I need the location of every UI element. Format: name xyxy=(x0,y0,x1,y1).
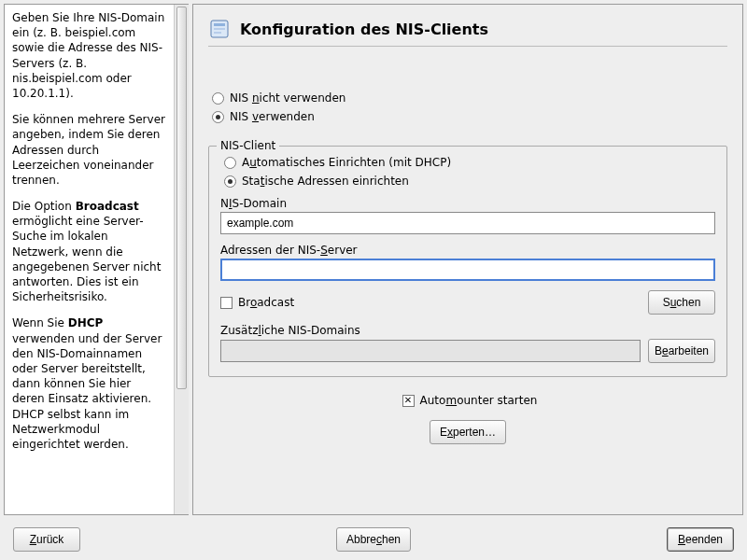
nis-domain-input[interactable] xyxy=(220,212,715,234)
cancel-button[interactable]: Abbrechen xyxy=(336,527,411,552)
wizard-button-bar: Zurück Abbrechen Beenden xyxy=(0,519,747,560)
content-panel: Konfiguration des NIS-Clients NIS nicht … xyxy=(192,4,743,515)
checkbox-label: Broadcast xyxy=(238,296,294,309)
nis-client-group: NIS-Client Automatisches Einrichten (mit… xyxy=(208,146,727,377)
radio-label: Automatisches Einrichten (mit DHCP) xyxy=(242,156,451,169)
help-para-2: Sie können mehrere Server angeben, indem… xyxy=(12,112,166,188)
title-divider xyxy=(208,46,727,47)
checkbox-icon: ✕ xyxy=(402,395,415,407)
checkbox-label: Automounter starten xyxy=(420,394,538,407)
radio-label: Statische Adressen einrichten xyxy=(242,175,409,188)
help-para-3: Die Option Broadcast ermöglicht eine Ser… xyxy=(12,199,166,304)
radio-label: NIS verwenden xyxy=(230,110,315,123)
search-button[interactable]: Suchen xyxy=(648,290,715,315)
nis-server-addresses-label: Adressen der NIS-Server xyxy=(220,244,715,257)
radio-icon xyxy=(212,92,224,105)
nis-domain-label: NIS-Domain xyxy=(220,197,715,210)
checkbox-icon xyxy=(220,297,233,309)
nis-client-legend: NIS-Client xyxy=(217,139,279,152)
help-scrollbar[interactable] xyxy=(174,5,189,514)
radio-auto-dhcp[interactable]: Automatisches Einrichten (mit DHCP) xyxy=(220,156,715,169)
svg-rect-3 xyxy=(214,32,221,34)
back-button[interactable]: Zurück xyxy=(13,527,80,552)
extra-domains-input xyxy=(220,340,641,362)
nis-server-addresses-input[interactable] xyxy=(220,259,715,281)
radio-icon xyxy=(224,175,236,188)
help-para-4: Wenn Sie DHCP verwenden und der Server d… xyxy=(12,315,166,452)
help-scrollbar-thumb[interactable] xyxy=(176,7,187,389)
radio-nis-use[interactable]: NIS verwenden xyxy=(208,110,727,123)
broadcast-checkbox[interactable]: Broadcast xyxy=(220,296,294,309)
finish-button[interactable]: Beenden xyxy=(667,527,734,552)
svg-rect-2 xyxy=(214,28,225,30)
help-para-1: Geben Sie Ihre NIS-Domain ein (z. B. bei… xyxy=(12,10,166,101)
page-title: Konfiguration des NIS-Clients xyxy=(240,21,488,38)
automounter-checkbox[interactable]: ✕ Automounter starten xyxy=(399,394,538,407)
radio-nis-dont-use[interactable]: NIS nicht verwenden xyxy=(208,91,727,105)
radio-icon xyxy=(212,111,224,123)
radio-icon xyxy=(224,157,236,169)
help-panel: Geben Sie Ihre NIS-Domain ein (z. B. bei… xyxy=(4,4,189,515)
config-icon xyxy=(208,18,231,40)
svg-rect-1 xyxy=(214,23,225,26)
radio-label: NIS nicht verwenden xyxy=(230,91,345,105)
help-text: Geben Sie Ihre NIS-Domain ein (z. B. bei… xyxy=(5,5,174,514)
extra-domains-label: Zusätzliche NIS-Domains xyxy=(220,324,715,337)
edit-button[interactable]: Bearbeiten xyxy=(648,339,715,363)
experts-button[interactable]: Experten… xyxy=(430,420,506,444)
radio-static-addresses[interactable]: Statische Adressen einrichten xyxy=(220,175,715,188)
